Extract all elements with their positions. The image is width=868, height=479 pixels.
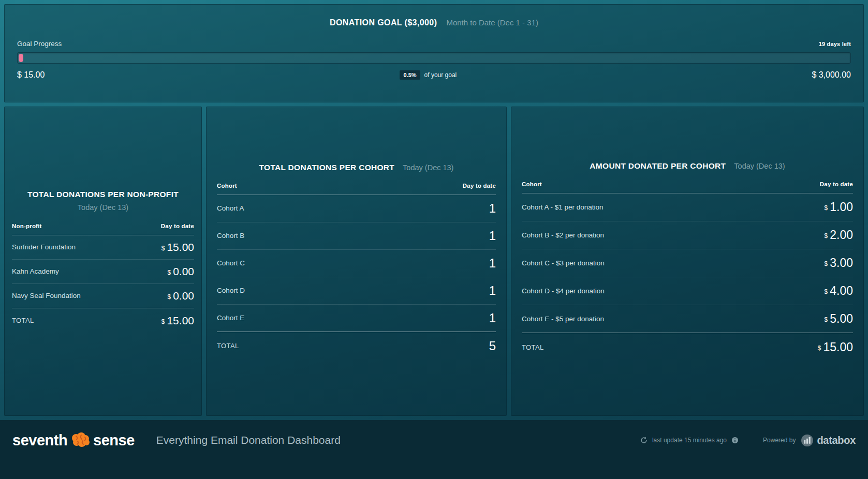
- cohort-amount-col-value: Day to date: [820, 181, 853, 187]
- total-value: 15.00: [823, 340, 853, 354]
- nonprofit-col-value: Day to date: [161, 223, 194, 229]
- row-value: 1: [489, 311, 496, 325]
- currency-symbol: $: [825, 204, 828, 212]
- row-label: Cohort C - $3 per donation: [522, 259, 605, 267]
- row-value: 1.00: [830, 200, 853, 214]
- table-row: Cohort B 1: [217, 222, 496, 250]
- cohort-count-panel: TOTAL DONATIONS PER COHORT Today (Dec 13…: [206, 107, 507, 416]
- cohort-count-panel-title: TOTAL DONATIONS PER COHORT: [259, 163, 395, 172]
- row-label: Kahn Academy: [12, 267, 59, 275]
- row-label: Cohort E - $5 per donation: [522, 315, 604, 323]
- goal-percent-suffix: of your goal: [424, 71, 457, 79]
- days-left-label: 19 days left: [819, 41, 851, 47]
- logo-word-seventh: seventh: [12, 432, 67, 449]
- total-row: TOTAL $15.00: [12, 308, 194, 333]
- row-value: 0.00: [173, 290, 194, 302]
- table-row: Cohort B - $2 per donation $2.00: [522, 221, 853, 249]
- goal-progress-bar: [17, 52, 851, 64]
- row-label: Cohort A - $1 per donation: [522, 203, 604, 211]
- table-row: Surfrider Foundation $15.00: [12, 235, 194, 260]
- dashboard-title: Everything Email Donation Dashboard: [156, 434, 341, 446]
- nonprofit-panel-daterange: Today (Dec 13): [12, 203, 194, 212]
- cohort-count-table-header: Cohort Day to date: [217, 183, 496, 195]
- logo-word-sense: sense: [93, 432, 135, 449]
- goal-progress-fill: [19, 54, 23, 62]
- databox-logo[interactable]: databox: [801, 435, 856, 446]
- cohort-count-col-label: Cohort: [217, 183, 237, 189]
- table-row: Cohort A 1: [217, 195, 496, 222]
- currency-symbol: $: [825, 232, 828, 240]
- donation-goal-panel: DONATION GOAL ($3,000) Month to Date (De…: [4, 4, 864, 102]
- row-value: 1: [489, 201, 496, 216]
- cohort-amount-table-header: Cohort Day to date: [522, 181, 853, 193]
- currency-symbol: $: [161, 318, 165, 325]
- last-update-label: last update 15 minutes ago: [652, 437, 727, 444]
- row-label: Cohort B - $2 per donation: [522, 231, 604, 239]
- nonprofit-panel-title: TOTAL DONATIONS PER NON-PROFIT: [27, 190, 179, 199]
- row-label: Cohort D: [217, 287, 245, 294]
- cohort-count-panel-daterange: Today (Dec 13): [403, 163, 453, 172]
- currency-symbol: $: [825, 260, 828, 267]
- row-value: 3.00: [830, 256, 853, 270]
- currency-symbol: $: [161, 245, 165, 252]
- currency-symbol: $: [825, 316, 828, 323]
- total-value: 5: [489, 339, 496, 353]
- cohort-amount-panel-daterange: Today (Dec 13): [734, 162, 785, 170]
- cohort-amount-col-label: Cohort: [522, 181, 542, 187]
- table-row: Cohort C - $3 per donation $3.00: [522, 249, 853, 277]
- nonprofit-col-label: Non-profit: [12, 223, 42, 229]
- cohort-amount-panel-title: AMOUNT DONATED PER COHORT: [590, 161, 726, 171]
- row-label: Surfrider Foundation: [12, 243, 76, 251]
- powered-by-label: Powered by: [763, 437, 796, 444]
- table-row: Cohort D 1: [217, 277, 496, 305]
- total-row: TOTAL 5: [217, 332, 496, 360]
- goal-progress-label: Goal Progress: [17, 40, 62, 48]
- row-value: 5.00: [830, 312, 853, 326]
- goal-target-amount: $ 3,000.00: [812, 70, 851, 80]
- row-value: 4.00: [830, 284, 853, 298]
- row-value: 1: [489, 229, 496, 243]
- goal-percent-badge: 0.5%: [400, 70, 420, 80]
- currency-symbol: $: [818, 345, 821, 352]
- table-row: Kahn Academy $0.00: [12, 260, 194, 284]
- goal-current-amount: $ 15.00: [17, 70, 45, 80]
- goal-percent-group: 0.5% of your goal: [400, 70, 457, 80]
- row-label: Cohort D - $4 per donation: [522, 287, 605, 295]
- row-value: 2.00: [830, 228, 853, 242]
- row-label: Navy Seal Foundation: [12, 292, 81, 300]
- donation-goal-daterange: Month to Date (Dec 1 - 31): [446, 18, 538, 27]
- table-row: Cohort E 1: [217, 305, 496, 332]
- footer-bar: seventh sense: [0, 420, 868, 479]
- total-label: TOTAL: [522, 343, 544, 351]
- nonprofit-table-header: Non-profit Day to date: [12, 223, 194, 235]
- total-value: 15.00: [167, 315, 194, 327]
- table-row: Cohort E - $5 per donation $5.00: [522, 305, 853, 333]
- total-label: TOTAL: [217, 342, 239, 350]
- total-label: TOTAL: [12, 317, 34, 324]
- total-row: TOTAL $15.00: [522, 333, 853, 362]
- table-row: Cohort C 1: [217, 250, 496, 277]
- row-value: 1: [489, 256, 496, 271]
- seventh-sense-logo[interactable]: seventh sense: [12, 431, 135, 449]
- refresh-icon[interactable]: [640, 437, 648, 444]
- panels-grid: TOTAL DONATIONS PER NON-PROFIT Today (De…: [4, 107, 864, 416]
- row-label: Cohort E: [217, 314, 244, 322]
- currency-symbol: $: [167, 293, 171, 301]
- row-value: 15.00: [167, 241, 194, 253]
- table-row: Cohort A - $1 per donation $1.00: [522, 193, 853, 221]
- nonprofit-panel: TOTAL DONATIONS PER NON-PROFIT Today (De…: [4, 107, 202, 416]
- databox-wordmark: databox: [817, 435, 856, 446]
- row-label: Cohort B: [217, 232, 244, 240]
- row-value: 1: [489, 283, 496, 298]
- row-label: Cohort A: [217, 204, 244, 212]
- table-row: Navy Seal Foundation $0.00: [12, 284, 194, 308]
- currency-symbol: $: [825, 288, 828, 295]
- cohort-count-col-value: Day to date: [463, 183, 496, 189]
- databox-icon: [801, 435, 813, 446]
- row-value: 0.00: [173, 265, 194, 278]
- cohort-amount-panel: AMOUNT DONATED PER COHORT Today (Dec 13)…: [511, 107, 864, 416]
- row-label: Cohort C: [217, 259, 245, 267]
- donation-goal-header: DONATION GOAL ($3,000) Month to Date (De…: [17, 18, 851, 27]
- info-icon[interactable]: [731, 437, 739, 444]
- dashboard: DONATION GOAL ($3,000) Month to Date (De…: [0, 0, 868, 420]
